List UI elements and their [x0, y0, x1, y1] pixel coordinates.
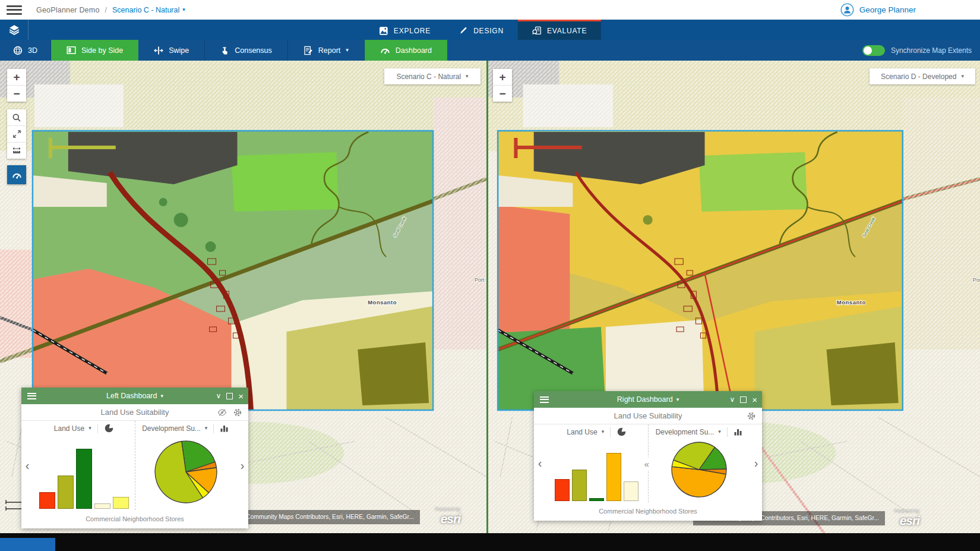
caret-down-icon: ▾: [718, 429, 721, 434]
collapse-icon[interactable]: ∨: [216, 392, 221, 400]
pie-chart: [671, 441, 728, 500]
measure-icon: [12, 146, 21, 155]
carousel-right-arrow[interactable]: ›: [750, 424, 762, 502]
caret-down-icon: ▾: [961, 74, 964, 79]
caret-down-icon: ▾: [676, 397, 679, 402]
pie-chart-type-icon[interactable]: [617, 427, 627, 437]
maximize-icon[interactable]: [226, 393, 233, 399]
land-use-widget: Land Use ▾: [33, 421, 135, 510]
map-tools: [7, 109, 26, 159]
touch-hand-icon: [220, 46, 229, 55]
carousel-left-arrow[interactable]: ‹: [21, 421, 33, 510]
panel-title: Land Use Suitability: [614, 411, 682, 420]
measure-button[interactable]: [7, 142, 26, 159]
zoom-out-button[interactable]: −: [7, 85, 26, 102]
mode-tab-bar: EXPLORE DESIGN EVALUATE: [0, 20, 980, 40]
left-dashboard: Left Dashboard ▾ ∨ × Land Use Suitabilit…: [21, 388, 248, 528]
bar-chart: [39, 449, 129, 509]
bottom-bar-accent: [0, 538, 55, 551]
tab-evaluate[interactable]: EVALUATE: [518, 20, 601, 40]
widget-selector[interactable]: Land Use ▾: [567, 428, 604, 436]
report-button[interactable]: Report ▾: [288, 40, 365, 61]
dashboard-menu-icon[interactable]: [27, 393, 36, 399]
widget-selector[interactable]: Land Use ▾: [54, 424, 91, 433]
carousel-right-arrow[interactable]: ›: [236, 421, 248, 510]
tab-explore[interactable]: EXPLORE: [365, 20, 445, 40]
widget-selector[interactable]: Development Su... ▾: [142, 424, 207, 433]
esri-logo: Powered by esri: [435, 507, 460, 525]
maximize-icon[interactable]: [740, 396, 747, 403]
caret-down-icon: ▾: [182, 7, 185, 12]
consensus-button[interactable]: Consensus: [205, 40, 288, 61]
dashboard-button[interactable]: Dashboard: [365, 40, 447, 61]
dashboard-subheader: Land Use Suitability: [534, 408, 762, 424]
swipe-button[interactable]: Swipe: [138, 40, 205, 61]
user-menu[interactable]: George Planner: [840, 3, 916, 17]
widget-selector[interactable]: Development Su... ▾: [656, 428, 721, 436]
breadcrumb: GeoPlanner Demo / Scenario C - Natural ▾: [36, 6, 185, 14]
caret-down-icon: ▾: [88, 426, 91, 431]
zoom-control: + −: [7, 69, 26, 102]
dashboard-window-controls: ∨ ×: [729, 395, 757, 405]
right-scenario-selector[interactable]: Scenario D - Developed ▾: [870, 68, 975, 84]
column-chart-type-icon[interactable]: [734, 427, 743, 436]
svg-text:Monsanto: Monsanto: [837, 299, 866, 306]
report-icon: [304, 46, 313, 55]
column-chart-type-icon[interactable]: [220, 424, 229, 433]
indicator-caption: Commercial Neighborhood Stores: [21, 510, 248, 528]
zoom-in-button[interactable]: +: [493, 69, 512, 85]
dashboard-widgets: ‹ Land Use ▾ Development Su... ▾: [21, 421, 248, 510]
full-extent-button[interactable]: [7, 125, 26, 142]
zoom-control: + −: [493, 69, 512, 102]
dashboard-menu-icon[interactable]: [540, 396, 549, 403]
top-bar: GeoPlanner Demo / Scenario C - Natural ▾…: [0, 0, 980, 20]
sync-extents-label: Synchronize Map Extents: [891, 46, 972, 55]
side-by-side-button[interactable]: Side by Side: [51, 40, 138, 61]
development-suitability-widget: Development Su... ▾: [649, 424, 751, 502]
gauge-icon: [380, 46, 390, 55]
expand-arrows-icon: [12, 130, 21, 138]
3d-button[interactable]: 3D: [0, 40, 51, 61]
caret-down-icon: ▾: [160, 393, 163, 399]
collapse-icon[interactable]: ∨: [729, 395, 735, 404]
collapse-widget-icon[interactable]: «: [644, 457, 649, 470]
caret-down-icon: ▾: [602, 429, 605, 434]
dashboard-title-dropdown[interactable]: Left Dashboard ▾: [106, 392, 163, 400]
settings-gear-icon[interactable]: [747, 411, 756, 421]
close-icon[interactable]: ×: [238, 391, 244, 401]
search-icon: [12, 113, 21, 122]
swipe-divider[interactable]: [486, 61, 488, 533]
menu-icon[interactable]: [7, 5, 22, 15]
caret-down-icon: ▾: [205, 426, 208, 431]
pie-chart-type-icon[interactable]: [104, 423, 114, 433]
sync-extents-control: Synchronize Map Extents: [862, 40, 980, 61]
explore-icon: [379, 26, 388, 36]
user-avatar-icon: [840, 3, 854, 17]
svg-text:Port: Port: [973, 277, 980, 283]
map-attribution: Esri Community Maps Contributors, Esri, …: [228, 510, 420, 524]
settings-gear-icon[interactable]: [233, 408, 242, 417]
zoom-out-button[interactable]: −: [493, 85, 512, 102]
land-use-widget: Land Use ▾: [546, 424, 648, 502]
app-title: GeoPlanner Demo: [36, 6, 100, 14]
zoom-in-button[interactable]: +: [7, 69, 26, 85]
layers-button[interactable]: [0, 20, 29, 40]
pie-chart: [154, 440, 218, 506]
svg-text:Monsanto: Monsanto: [368, 299, 397, 306]
scenario-breadcrumb-link[interactable]: Scenario C - Natural ▾: [112, 6, 185, 14]
pencil-icon: [459, 26, 468, 35]
dashboard-title-dropdown[interactable]: Right Dashboard ▾: [617, 395, 679, 404]
dashboard-header: Right Dashboard ▾ ∨ ×: [534, 391, 762, 408]
globe-icon: [13, 46, 23, 55]
search-button[interactable]: [7, 109, 26, 125]
visibility-icon[interactable]: [217, 408, 227, 417]
panel-title: Land Use Suitability: [101, 408, 169, 417]
dashboard-rail-button[interactable]: [7, 165, 26, 184]
close-icon[interactable]: ×: [752, 395, 757, 405]
left-scenario-selector[interactable]: Scenario C - Natural ▾: [384, 68, 480, 84]
esri-logo: Powered by esri: [894, 509, 919, 527]
sync-extents-toggle[interactable]: [862, 45, 885, 56]
breadcrumb-separator: /: [105, 6, 107, 14]
tab-design[interactable]: DESIGN: [445, 20, 518, 40]
carousel-left-arrow[interactable]: ‹: [534, 424, 546, 502]
